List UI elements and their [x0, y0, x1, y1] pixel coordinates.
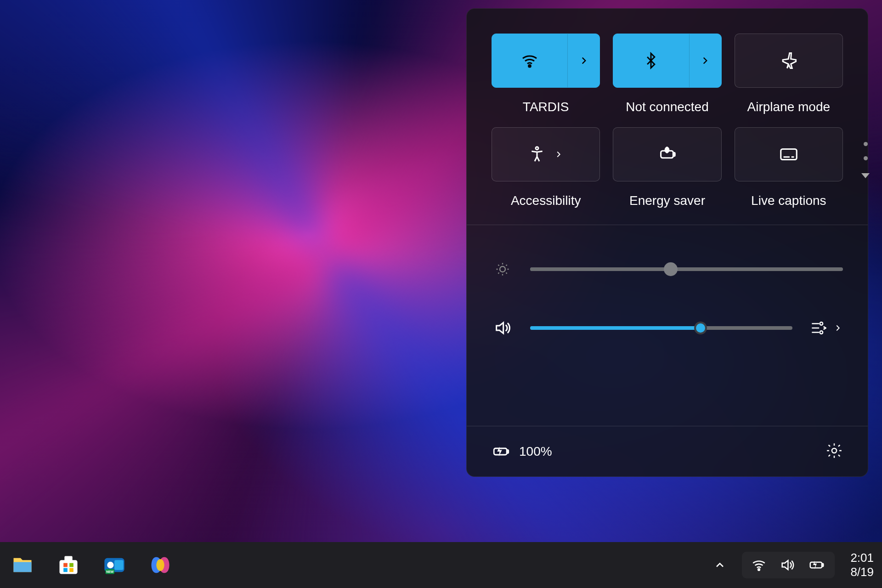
- tile-airplane: Airplane mode: [735, 34, 843, 114]
- wifi-expand-button[interactable]: [567, 34, 599, 87]
- svg-point-7: [820, 331, 823, 334]
- airplane-mode-toggle[interactable]: [735, 34, 843, 88]
- live-captions-label: Live captions: [751, 193, 826, 208]
- battery-status[interactable]: 100%: [492, 442, 552, 461]
- bluetooth-expand-button[interactable]: [689, 34, 721, 87]
- bluetooth-icon: [642, 52, 660, 69]
- brightness-row: [492, 261, 843, 277]
- taskbar-clock[interactable]: 2:01 8/19: [850, 551, 874, 579]
- svg-point-0: [529, 65, 531, 67]
- wifi-toggle[interactable]: [492, 34, 600, 88]
- svg-rect-13: [63, 563, 68, 567]
- battery-icon: [808, 556, 825, 574]
- svg-rect-16: [69, 568, 74, 572]
- system-tray: 2:01 8/19: [713, 551, 874, 579]
- tile-accessibility: Accessibility: [492, 127, 600, 208]
- tile-energy-saver: Energy saver: [613, 127, 721, 208]
- taskbar-app-copilot[interactable]: [146, 551, 175, 579]
- gear-icon: [825, 442, 843, 459]
- svg-rect-4: [781, 149, 797, 160]
- wifi-label: TARDIS: [523, 100, 569, 114]
- volume-slider[interactable]: [530, 326, 792, 330]
- svg-rect-11: [60, 560, 78, 574]
- captions-icon: [778, 144, 799, 165]
- energy-saver-icon: [656, 144, 678, 165]
- brightness-icon: [494, 261, 511, 277]
- chevron-right-icon: [699, 55, 711, 67]
- accessibility-label: Accessibility: [511, 193, 581, 208]
- svg-rect-3: [673, 153, 675, 156]
- taskbar-app-microsoft-store[interactable]: [54, 551, 83, 579]
- live-captions-toggle[interactable]: [735, 127, 843, 181]
- bluetooth-toggle[interactable]: [613, 34, 721, 88]
- panel-footer: 100%: [467, 426, 868, 476]
- svg-point-19: [107, 562, 113, 568]
- svg-rect-14: [69, 563, 74, 567]
- sliders-section: [467, 225, 868, 360]
- wifi-icon: [751, 557, 767, 573]
- outlook-icon: NEW: [102, 553, 126, 577]
- volume-row: [492, 319, 843, 337]
- chevron-right-icon[interactable]: [833, 323, 843, 333]
- tile-live-captions: Live captions: [735, 127, 843, 208]
- battery-percent-label: 100%: [519, 444, 552, 459]
- taskbar: NEW 2:01 8/19: [0, 542, 882, 588]
- audio-output-icon[interactable]: [809, 319, 826, 337]
- wifi-icon: [520, 51, 539, 70]
- tile-wifi: TARDIS: [492, 34, 600, 114]
- quick-settings-panel: TARDIS Not connected Airplane mode: [466, 8, 868, 477]
- wifi-toggle-main[interactable]: [492, 34, 567, 87]
- chevron-right-icon: [554, 149, 564, 159]
- svg-rect-12: [64, 556, 72, 561]
- svg-text:NEW: NEW: [106, 570, 114, 573]
- svg-rect-24: [822, 564, 823, 566]
- svg-point-10: [832, 448, 837, 452]
- accessibility-button[interactable]: [492, 127, 600, 181]
- brightness-slider[interactable]: [530, 267, 843, 271]
- settings-button[interactable]: [825, 442, 843, 461]
- tray-overflow-icon[interactable]: [713, 559, 726, 571]
- file-explorer-icon: [11, 553, 34, 577]
- energy-saver-label: Energy saver: [629, 193, 705, 208]
- svg-point-22: [758, 569, 760, 571]
- svg-rect-18: [114, 560, 124, 570]
- bluetooth-toggle-main[interactable]: [613, 34, 689, 87]
- taskbar-app-outlook[interactable]: NEW: [100, 551, 129, 579]
- store-icon: [57, 553, 80, 577]
- systray-quick-settings-button[interactable]: [742, 552, 835, 578]
- bluetooth-label: Not connected: [626, 100, 709, 114]
- volume-icon: [780, 557, 795, 573]
- clock-date: 8/19: [850, 565, 874, 579]
- taskbar-app-file-explorer[interactable]: [8, 551, 37, 579]
- svg-rect-15: [63, 568, 68, 572]
- chevron-right-icon: [578, 55, 590, 67]
- energy-saver-toggle[interactable]: [613, 127, 721, 181]
- svg-point-1: [536, 147, 538, 150]
- quick-settings-grid: TARDIS Not connected Airplane mode: [467, 9, 868, 225]
- airplane-label: Airplane mode: [747, 100, 831, 114]
- clock-time: 2:01: [850, 551, 874, 565]
- accessibility-icon: [528, 145, 546, 164]
- taskbar-apps: NEW: [8, 551, 175, 579]
- svg-point-6: [820, 322, 823, 325]
- svg-point-5: [500, 266, 505, 272]
- copilot-icon: [148, 553, 172, 577]
- tile-bluetooth: Not connected: [613, 34, 721, 114]
- volume-icon: [493, 319, 512, 337]
- svg-rect-9: [507, 450, 509, 453]
- airplane-icon: [779, 51, 799, 71]
- battery-charging-icon: [492, 442, 511, 461]
